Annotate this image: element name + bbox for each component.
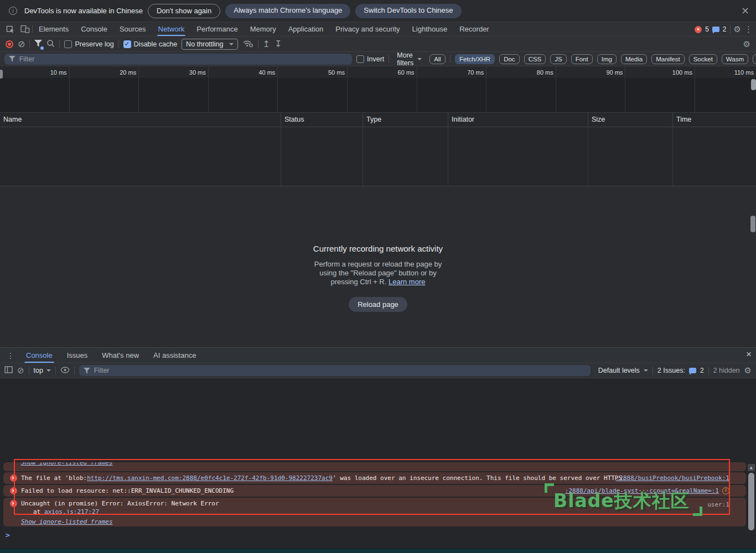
column-header-type[interactable]: Type [363, 113, 448, 127]
column-header-size[interactable]: Size [588, 113, 673, 127]
tick-label: 110 ms [695, 66, 756, 112]
record-network-log-icon[interactable] [6, 40, 13, 48]
infobar-message: DevTools is now available in Chinese [24, 7, 143, 15]
device-toolbar-icon[interactable] [18, 23, 32, 35]
network-filter-input[interactable] [19, 55, 348, 63]
chip-media[interactable]: Media [621, 54, 647, 64]
network-scrollbar-piece[interactable] [751, 79, 756, 90]
console-toolbar: ⊘ top Default levels 2 Issues: 2 [0, 363, 756, 378]
chip-js[interactable]: JS [550, 54, 566, 64]
divider [29, 367, 29, 375]
checkbox-checked[interactable] [123, 40, 131, 48]
chip-manifest[interactable]: Manifest [651, 54, 684, 64]
chip-wasm[interactable]: Wasm [722, 54, 748, 64]
column-header-time[interactable]: Time [673, 113, 756, 127]
console-messages-area: Show ignore-listed frames × The file at … [0, 378, 756, 549]
console-scrollbar-thumb[interactable] [748, 473, 754, 530]
show-ignore-listed-frames-link[interactable]: Show ignore-listed frames [21, 518, 113, 525]
disable-cache-checkbox[interactable]: Disable cache [123, 40, 178, 48]
network-filter-row: Invert More filters All Fetch/XHR Doc CS… [0, 52, 756, 66]
tab-recorder[interactable]: Recorder [453, 22, 495, 36]
clear-network-log-icon[interactable]: ⊘ [18, 39, 25, 49]
network-filter-field[interactable] [4, 54, 352, 65]
inspect-element-icon[interactable] [3, 23, 18, 35]
watermark-bracket-top-left [545, 483, 554, 493]
chip-other[interactable]: Other [753, 54, 756, 64]
drawer-tab-issues[interactable]: Issues [60, 348, 95, 363]
chip-fetch-xhr[interactable]: Fetch/XHR [455, 54, 495, 64]
empty-state-title: Currently recording network activity [0, 186, 756, 253]
console-sidebar-icon[interactable] [4, 366, 13, 375]
tab-console[interactable]: Console [75, 22, 113, 36]
tab-sources[interactable]: Sources [113, 22, 152, 36]
context-selector[interactable]: top [34, 367, 51, 374]
tab-memory[interactable]: Memory [244, 22, 282, 36]
filter-toggle-icon[interactable] [34, 40, 42, 49]
network-settings-gear-icon[interactable]: ⚙ [743, 39, 750, 49]
tick-label: 80 ms [486, 66, 556, 112]
drawer-tabbar: ⋮ Console Issues What's new AI assistanc… [0, 347, 756, 363]
checkbox-unchecked[interactable] [356, 55, 364, 63]
tab-elements[interactable]: Elements [33, 22, 75, 36]
column-header-name[interactable]: Name [0, 113, 281, 127]
tab-performance[interactable]: Performance [190, 22, 244, 36]
column-header-initiator[interactable]: Initiator [448, 113, 588, 127]
issues-badge-icon[interactable] [712, 27, 719, 32]
invert-checkbox[interactable]: Invert [356, 55, 384, 63]
error-badge-icon[interactable]: × [695, 26, 702, 33]
console-settings-gear-icon[interactable]: ⚙ [744, 366, 752, 375]
drawer-close-icon[interactable]: × [746, 349, 752, 360]
checkbox-unchecked[interactable] [64, 40, 72, 48]
issues-counter[interactable]: 2 Issues: 2 [657, 367, 704, 374]
drawer-tab-whats-new[interactable]: What's new [95, 348, 146, 363]
export-har-icon[interactable]: ↥ [263, 39, 270, 49]
live-expression-eye-icon[interactable] [60, 367, 70, 375]
learn-more-link[interactable]: Learn more [389, 278, 425, 286]
hidden-messages-label[interactable]: 2 hidden [713, 367, 740, 374]
log-levels-dropdown[interactable]: Default levels [598, 367, 648, 374]
network-scrollbar-thumb[interactable] [750, 216, 755, 232]
chip-socket[interactable]: Socket [689, 54, 717, 64]
watermark-bracket-bottom-right [693, 507, 702, 516]
chevron-down-icon [46, 369, 51, 374]
infobar-close-icon[interactable]: × [741, 4, 749, 17]
tab-application[interactable]: Application [282, 22, 330, 36]
import-har-icon[interactable]: ↧ [275, 39, 282, 49]
console-prompt-chevron[interactable]: > [6, 531, 10, 539]
network-conditions-icon[interactable] [242, 39, 253, 49]
divider [653, 367, 653, 375]
tick-label: 40 ms [209, 66, 278, 112]
always-match-language-button[interactable]: Always match Chrome's language [225, 4, 350, 18]
drawer-tab-ai-assistance[interactable]: AI assistance [146, 348, 203, 363]
chip-doc[interactable]: Doc [499, 54, 519, 64]
chip-img[interactable]: Img [597, 54, 617, 64]
console-filter-field[interactable] [79, 365, 591, 376]
tab-network[interactable]: Network [152, 22, 191, 36]
preserve-log-checkbox[interactable]: Preserve log [64, 40, 113, 48]
clear-console-icon[interactable]: ⊘ [17, 366, 24, 375]
search-icon[interactable] [46, 39, 55, 49]
console-filter-input[interactable] [94, 367, 586, 374]
network-overview-ruler[interactable]: 10 ms 20 ms 30 ms 40 ms 50 ms 60 ms 70 m… [0, 66, 756, 113]
scrollbar-up-arrow[interactable]: ▲ [748, 464, 755, 471]
divider [708, 367, 709, 375]
drawer-tab-console[interactable]: Console [19, 348, 60, 363]
settings-gear-icon[interactable]: ⚙ [734, 24, 741, 34]
drawer-kebab-icon[interactable]: ⋮ [2, 351, 19, 360]
chip-css[interactable]: CSS [524, 54, 546, 64]
switch-devtools-chinese-button[interactable]: Switch DevTools to Chinese [355, 4, 461, 18]
tab-privacy-security[interactable]: Privacy and security [329, 22, 406, 36]
network-toolbar: ⊘ Preserve log Disable cache No throttli… [0, 36, 756, 52]
more-options-kebab-icon[interactable]: ⋮ [744, 24, 753, 34]
divider [29, 40, 30, 48]
throttling-select[interactable]: No throttling [182, 39, 237, 50]
more-filters-dropdown[interactable]: More filters [393, 51, 425, 67]
chip-font[interactable]: Font [571, 54, 593, 64]
chevron-down-icon [644, 369, 648, 374]
tab-lighthouse[interactable]: Lighthouse [406, 22, 454, 36]
reload-page-button[interactable]: Reload page [349, 297, 407, 312]
chip-all[interactable]: All [429, 54, 446, 64]
column-header-status[interactable]: Status [281, 113, 363, 127]
dont-show-again-button[interactable]: Don't show again [148, 4, 220, 18]
chevron-down-icon [229, 43, 234, 48]
